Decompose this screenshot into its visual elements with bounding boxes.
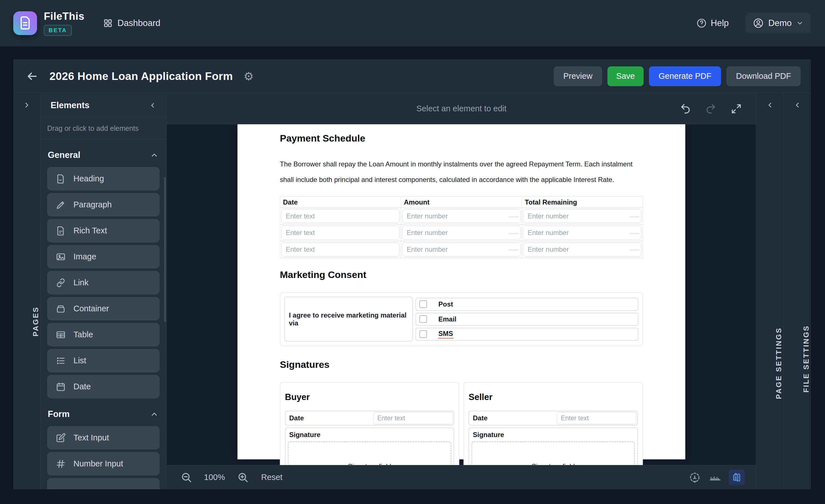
element-button-number-input[interactable]: Number Input — [47, 452, 160, 476]
table-icon — [56, 330, 66, 340]
elements-hint: Drag or click to add elements — [41, 117, 166, 139]
seller-date-input[interactable] — [556, 412, 636, 424]
element-button-list[interactable]: List — [47, 349, 160, 372]
preview-button[interactable]: Preview — [554, 66, 602, 86]
element-button-link[interactable]: Link — [47, 271, 160, 294]
seller-signature-field[interactable]: Signature field — [471, 441, 635, 465]
zoom-reset-button[interactable]: Reset — [261, 473, 283, 482]
nav-dashboard[interactable]: Dashboard — [103, 18, 160, 28]
pages-rail-tab[interactable]: PAGES — [13, 93, 41, 489]
user-menu-button[interactable]: Demo — [746, 13, 811, 33]
elements-panel-title: Elements — [51, 100, 149, 111]
clipboard-icon — [732, 473, 742, 483]
chevron-left-icon[interactable] — [793, 101, 801, 109]
canvas-viewport: Payment Schedule The Borrower shall repa… — [167, 124, 756, 465]
element-button-paragraph[interactable]: Paragraph — [47, 193, 160, 216]
panel-scrollbar-thumb[interactable] — [164, 177, 166, 322]
amount-number-input[interactable] — [402, 226, 521, 240]
element-button-container[interactable]: Container — [47, 297, 160, 320]
element-button-date[interactable]: Date — [47, 375, 160, 398]
help-button[interactable]: Help — [696, 18, 729, 28]
section-heading-consent: Marketing Consent — [280, 269, 643, 280]
zoom-in-icon[interactable] — [237, 472, 249, 483]
file-settings-tab[interactable]: FILE SETTINGS — [783, 93, 811, 489]
user-avatar-icon — [753, 18, 764, 28]
save-button[interactable]: Save — [607, 66, 644, 86]
top-navbar: FileThis BETA Dashboard Help — [0, 0, 825, 46]
table-header-total: Total Remaining — [522, 197, 643, 208]
download-pdf-button[interactable]: Download PDF — [727, 66, 801, 86]
pencil-icon — [56, 200, 66, 210]
page-title: 2026 Home Loan Application Form — [50, 70, 233, 82]
table-row — [280, 241, 643, 258]
pan-3d-icon[interactable] — [689, 472, 701, 483]
document-icon — [56, 174, 66, 184]
consent-option-post: Post — [416, 298, 639, 311]
element-button-rich-text[interactable]: Rich Text — [47, 219, 160, 242]
beta-badge: BETA — [44, 25, 72, 36]
document-toolbar: 2026 Home Loan Application Form ⚙ Previe… — [13, 59, 811, 93]
seller-panel: Seller Date Signature Signature field — [464, 382, 643, 465]
back-arrow-button[interactable] — [26, 70, 38, 82]
calendar-icon — [56, 382, 66, 392]
buyer-signature-field[interactable]: Signature field — [288, 441, 451, 465]
chevron-up-icon — [150, 410, 158, 418]
element-button-partial[interactable] — [47, 478, 160, 489]
consent-label: I agree to receive marketing material vi… — [285, 297, 413, 342]
zoom-out-icon[interactable] — [181, 472, 192, 483]
fullscreen-icon[interactable] — [731, 103, 742, 115]
list-icon — [56, 356, 66, 366]
nav-dashboard-label: Dashboard — [118, 18, 160, 28]
number-stepper[interactable] — [629, 249, 640, 251]
image-icon — [56, 252, 66, 262]
page-settings-label: PAGE SETTINGS — [774, 327, 783, 399]
gear-icon[interactable]: ⚙ — [243, 71, 254, 82]
table-row — [280, 208, 643, 225]
chevron-up-icon — [150, 151, 158, 159]
seller-signature-block: Signature Signature field — [469, 427, 638, 465]
redo-icon[interactable] — [705, 103, 717, 115]
total-number-input[interactable] — [523, 242, 642, 257]
generate-pdf-button[interactable]: Generate PDF — [649, 66, 721, 86]
post-checkbox[interactable] — [420, 300, 427, 308]
amount-number-input[interactable] — [402, 242, 521, 257]
buyer-panel: Buyer Date Signature Signature field — [280, 382, 459, 465]
number-stepper[interactable] — [629, 233, 640, 234]
canvas-header: Select an element to edit — [167, 93, 756, 124]
pages-rail-label: PAGES — [31, 306, 40, 337]
total-number-input[interactable] — [523, 209, 642, 223]
table-row — [280, 225, 643, 241]
party-name: Buyer — [285, 392, 454, 402]
document-page: Payment Schedule The Borrower shall repa… — [238, 124, 685, 459]
date-text-input[interactable] — [281, 242, 400, 257]
element-button-image[interactable]: Image — [47, 245, 160, 268]
undo-icon[interactable] — [680, 103, 691, 115]
amount-number-input[interactable] — [402, 209, 521, 223]
elements-panel: Elements Drag or click to add elements G… — [41, 93, 167, 489]
section-general-header[interactable]: General — [41, 150, 166, 160]
consent-option-email: Email — [416, 313, 639, 326]
number-stepper[interactable] — [509, 233, 519, 234]
ruler-icon[interactable] — [709, 472, 721, 483]
date-text-input[interactable] — [281, 209, 400, 223]
table-header-amount: Amount — [401, 197, 522, 208]
table-header-date: Date — [280, 197, 401, 208]
buyer-date-input[interactable] — [373, 412, 453, 424]
number-stepper[interactable] — [509, 216, 519, 218]
clipboard-tool-button[interactable] — [728, 469, 745, 486]
date-text-input[interactable] — [281, 226, 400, 240]
filethis-logo-icon — [13, 11, 37, 35]
chevron-right-icon[interactable] — [23, 101, 31, 109]
page-settings-tab[interactable]: PAGE SETTINGS — [756, 93, 783, 489]
element-button-text-input[interactable]: Text Input — [47, 426, 160, 449]
collapse-panel-icon[interactable] — [149, 102, 156, 109]
email-checkbox[interactable] — [420, 315, 427, 323]
number-stepper[interactable] — [509, 249, 519, 251]
element-button-heading[interactable]: Heading — [47, 167, 160, 191]
section-form-header[interactable]: Form — [41, 409, 166, 419]
sms-checkbox[interactable] — [420, 330, 427, 338]
element-button-table[interactable]: Table — [47, 323, 160, 346]
chevron-left-icon[interactable] — [766, 101, 774, 109]
number-stepper[interactable] — [629, 216, 640, 218]
total-number-input[interactable] — [523, 226, 642, 240]
